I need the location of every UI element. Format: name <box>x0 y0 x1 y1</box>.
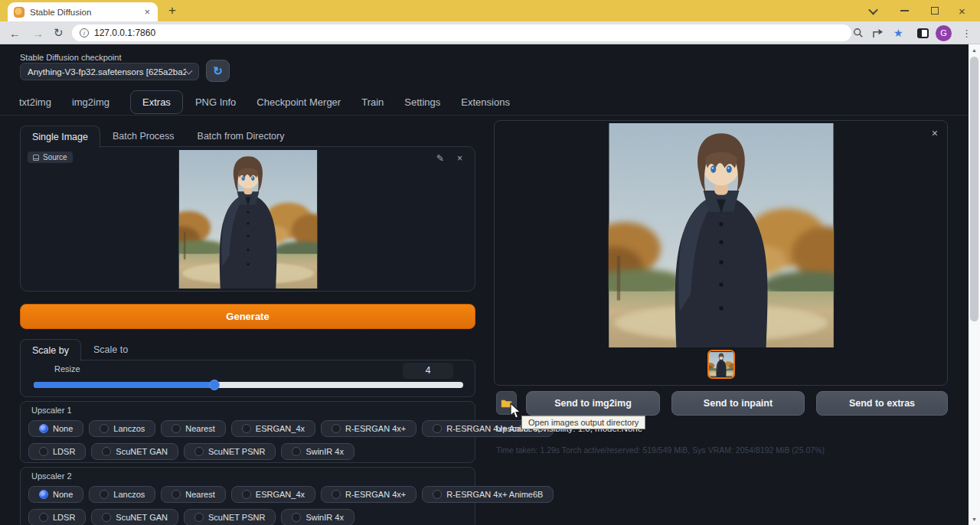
source-image-dropzone[interactable]: Source ✎ × <box>20 146 475 292</box>
checkpoint-value: Anything-V3-fp32.safetensors [625a2ba2] <box>28 67 186 77</box>
radio-icon <box>242 490 251 499</box>
chip-label: R-ESRGAN 4x+ <box>345 424 406 433</box>
upscaler1-group: Upscaler 1 None Lanczos Nearest ESRGAN_4… <box>20 401 475 463</box>
upscaler1-option-scunet-gan[interactable]: ScuNET GAN <box>91 443 178 460</box>
upscaler1-option-ldsr[interactable]: LDSR <box>28 443 86 460</box>
chip-label: LDSR <box>53 447 75 456</box>
tab-scale-by[interactable]: Scale by <box>20 339 81 361</box>
chip-label: ESRGAN_4x <box>256 490 305 499</box>
tab-settings[interactable]: Settings <box>404 96 440 108</box>
resize-slider[interactable] <box>34 382 463 388</box>
zoom-icon[interactable] <box>853 21 864 44</box>
result-image[interactable] <box>608 123 834 347</box>
tab-batch-from-directory[interactable]: Batch from Directory <box>198 126 285 147</box>
extras-mode-tabs: Single Image Batch Process Batch from Di… <box>20 122 307 147</box>
upscaler1-option-lanczos[interactable]: Lanczos <box>89 420 155 437</box>
tab-search-icon[interactable] <box>870 0 877 21</box>
stable-diffusion-webui: Stable Diffusion checkpoint Anything-V3-… <box>0 44 980 525</box>
new-tab-button[interactable]: + <box>168 3 176 18</box>
upscaler2-option-nearest[interactable]: Nearest <box>161 486 226 503</box>
window-maximize-button[interactable] <box>931 0 939 21</box>
radio-icon <box>100 424 109 433</box>
tab-img2img[interactable]: img2img <box>72 96 109 108</box>
tab-close-icon[interactable]: × <box>142 6 152 18</box>
address-bar[interactable]: i 127.0.0.1:7860 <box>72 24 851 41</box>
upscaler2-option-lanczos[interactable]: Lanczos <box>89 486 155 503</box>
chip-label: Nearest <box>185 490 215 499</box>
scroll-down-icon[interactable]: ▼ <box>969 514 980 525</box>
radio-icon <box>194 513 204 522</box>
bookmark-star-icon[interactable]: ★ <box>893 21 903 44</box>
upscaler1-option-esrgan4x[interactable]: ESRGAN_4x <box>231 420 315 437</box>
refresh-checkpoints-button[interactable]: ↻ <box>206 60 230 82</box>
url-text: 127.0.0.1:7860 <box>94 28 155 38</box>
upscaler2-group: Upscaler 2 None Lanczos Nearest ESRGAN_4… <box>20 467 475 525</box>
radio-icon <box>39 513 48 522</box>
radio-selected-icon <box>39 490 48 499</box>
upscaler2-option-ldsr[interactable]: LDSR <box>28 509 86 525</box>
result-thumbnail[interactable] <box>707 350 735 379</box>
scroll-up-icon[interactable]: ▲ <box>969 44 980 56</box>
source-image[interactable] <box>178 150 317 289</box>
tab-divider <box>0 115 980 116</box>
generate-button[interactable]: Generate <box>20 304 475 329</box>
upscaler2-option-scunet-psnr[interactable]: ScuNET PSNR <box>184 509 276 525</box>
upscaler1-option-swinir4x[interactable]: SwinIR 4x <box>281 443 354 460</box>
upscaler1-label: Upscaler 1 <box>31 406 72 415</box>
send-to-img2img-button[interactable]: Send to img2img <box>526 391 660 416</box>
radio-icon <box>242 424 251 433</box>
radio-icon <box>194 447 204 456</box>
tab-checkpoint-merger[interactable]: Checkpoint Merger <box>256 96 341 108</box>
chip-label: SwinIR 4x <box>305 513 344 522</box>
upscaler2-option-esrgan4x[interactable]: ESRGAN_4x <box>231 486 315 503</box>
upscaler2-option-resrgan4x[interactable]: R-ESRGAN 4x+ <box>321 486 416 503</box>
clear-image-icon[interactable]: × <box>457 153 462 164</box>
radio-selected-icon <box>39 424 48 433</box>
chip-label: LDSR <box>53 513 75 522</box>
window-minimize-button[interactable] <box>900 0 909 21</box>
upscaler1-option-none[interactable]: None <box>28 420 83 437</box>
chip-label: ScuNET GAN <box>116 513 168 522</box>
window-close-button[interactable]: × <box>959 0 965 21</box>
upscaler1-option-resrgan4x[interactable]: R-ESRGAN 4x+ <box>321 420 416 437</box>
radio-icon <box>172 424 181 433</box>
scrollbar-thumb[interactable] <box>970 57 978 321</box>
tab-scale-to[interactable]: Scale to <box>93 339 128 360</box>
radio-icon <box>39 447 48 456</box>
browser-tab-title: Stable Diffusion <box>30 8 142 17</box>
site-info-icon[interactable]: i <box>80 28 89 38</box>
edit-image-icon[interactable]: ✎ <box>436 153 444 164</box>
upscaler2-option-none[interactable]: None <box>28 486 83 503</box>
upscaler1-option-scunet-psnr[interactable]: ScuNET PSNR <box>184 443 276 460</box>
browser-tab-bar: Stable Diffusion × + × <box>0 0 980 21</box>
radio-icon <box>433 490 442 499</box>
page-scrollbar[interactable]: ▲ ▼ <box>969 44 980 525</box>
forward-button[interactable]: → <box>32 21 44 44</box>
resize-value-input[interactable]: 4 <box>403 363 453 379</box>
tab-png-info[interactable]: PNG Info <box>195 96 236 108</box>
upscaler2-option-scunet-gan[interactable]: ScuNET GAN <box>91 509 178 525</box>
send-to-extras-button[interactable]: Send to extras <box>816 391 948 416</box>
share-icon[interactable] <box>873 21 884 44</box>
tab-extras[interactable]: Extras <box>130 90 183 114</box>
gallery-close-icon[interactable]: × <box>932 127 938 139</box>
tab-train[interactable]: Train <box>361 96 384 108</box>
back-button[interactable]: ← <box>9 21 21 44</box>
upscaler2-option-swinir4x[interactable]: SwinIR 4x <box>281 509 354 525</box>
tab-batch-process[interactable]: Batch Process <box>113 126 175 147</box>
tab-txt2img[interactable]: txt2img <box>19 96 51 108</box>
upscaler2-option-resrgan-anime6b[interactable]: R-ESRGAN 4x+ Anime6B <box>422 486 554 503</box>
browser-menu-icon[interactable]: ⋮ <box>962 21 972 44</box>
chip-label: ScuNET PSNR <box>208 513 265 522</box>
profile-avatar[interactable]: G <box>936 21 952 44</box>
send-to-inpaint-button[interactable]: Send to inpaint <box>671 391 805 416</box>
slider-thumb[interactable] <box>209 380 220 390</box>
side-panel-icon[interactable] <box>917 21 929 44</box>
tab-extensions[interactable]: Extensions <box>461 96 510 108</box>
source-chip: Source <box>28 152 73 163</box>
tab-single-image[interactable]: Single Image <box>20 126 100 148</box>
upscaler1-option-nearest[interactable]: Nearest <box>161 420 226 437</box>
reload-button[interactable]: ↻ <box>54 21 64 44</box>
checkpoint-dropdown[interactable]: Anything-V3-fp32.safetensors [625a2ba2] <box>20 63 199 80</box>
browser-tab[interactable]: Stable Diffusion × <box>8 2 158 21</box>
